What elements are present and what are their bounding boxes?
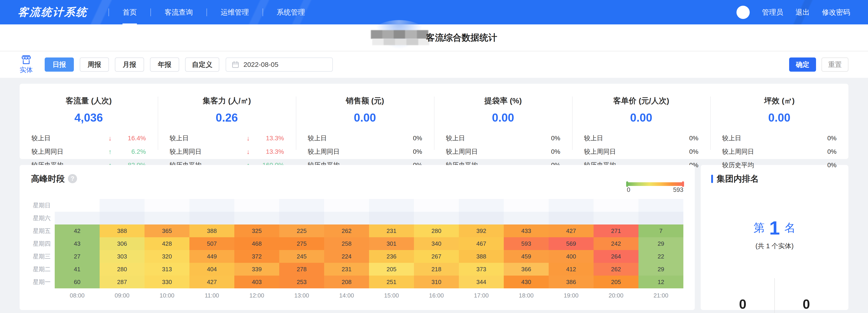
- confirm-button[interactable]: 确定: [789, 57, 816, 72]
- heatmap-cell: 303: [100, 250, 145, 263]
- compare-label: 较上周同日: [308, 147, 340, 156]
- compare-value-group: 0%: [802, 148, 837, 155]
- user-avatar-icon: [737, 6, 750, 19]
- heatmap-cell: 507: [189, 237, 234, 250]
- legend-labels: 0 593: [627, 187, 683, 194]
- heatmap-hour-label: 17:00: [459, 288, 504, 301]
- metric-value: 0.00: [308, 111, 422, 124]
- heatmap-cell: 262: [324, 225, 369, 237]
- metric-compare-row: 较上周同日0%: [308, 147, 422, 156]
- heatmap-cell: 330: [145, 276, 189, 288]
- heatmap-cell: 218: [414, 263, 459, 276]
- heatmap-cell: [100, 212, 145, 225]
- metric-title: 销售额 (元): [308, 95, 422, 106]
- date-picker[interactable]: 2022-08-05: [226, 57, 333, 72]
- app-logo[interactable]: 客流统计系统: [17, 5, 88, 19]
- heatmap-cell: 449: [189, 250, 234, 263]
- compare-percent: 0%: [664, 135, 699, 142]
- nav-item-ops-management[interactable]: 运维管理: [220, 6, 250, 19]
- heatmap-cell: 430: [504, 276, 549, 288]
- group-average-block: 0 集团内平均: [711, 296, 774, 313]
- metric-compare-row: 较上日↓13.3%: [169, 134, 284, 143]
- heatmap-cell: 41: [55, 263, 100, 276]
- compare-percent: 13.3%: [250, 135, 284, 142]
- compare-value-group: 0%: [388, 148, 422, 155]
- heatmap-legend: 0 593: [627, 182, 683, 194]
- user-name[interactable]: 管理员: [762, 7, 783, 17]
- entity-label: 实体: [20, 65, 33, 75]
- heatmap-cell: [100, 199, 145, 212]
- heatmap-cell: 403: [234, 276, 279, 288]
- heatmap-hour-label: 21:00: [639, 288, 683, 301]
- heatmap-cell: 340: [414, 237, 459, 250]
- metric-compare-row: 较上日0%: [308, 134, 422, 143]
- heatmap-cell: 428: [145, 237, 189, 250]
- heatmap-cell: 236: [369, 250, 414, 263]
- change-password-button[interactable]: 修改密码: [822, 7, 850, 17]
- heatmap-cell: [504, 212, 549, 225]
- reset-button[interactable]: 重置: [822, 57, 848, 72]
- logout-button[interactable]: 退出: [796, 7, 810, 17]
- compare-label: 较上日: [31, 134, 51, 143]
- compare-label: 较历史平均: [722, 161, 754, 170]
- heatmap-cell: 306: [100, 237, 145, 250]
- heatmap-cell: 388: [459, 250, 504, 263]
- metric-compare-row: 较上周同日0%: [446, 147, 560, 156]
- peak-hours-card: 高峰时段 ? 0 593 星期日星期六星期五423883653883252252…: [20, 165, 695, 310]
- compare-label: 较上日: [308, 134, 327, 143]
- tab-monthly[interactable]: 月报: [115, 57, 144, 72]
- tab-daily[interactable]: 日报: [45, 57, 74, 72]
- compare-label: 较上周同日: [31, 147, 63, 156]
- heatmap-cell: 310: [414, 276, 459, 288]
- heatmap-cell: 339: [234, 263, 279, 276]
- metric-compare-row: 较历史平均0%: [722, 161, 837, 170]
- heatmap-hour-label: 16:00: [414, 288, 459, 301]
- tab-yearly[interactable]: 年报: [150, 57, 179, 72]
- heatmap-cell: 12: [639, 276, 683, 288]
- ranking-header: 集团内排名: [711, 173, 838, 184]
- metric-compare-rows: 较上日0%较上周同日0%较历史平均0%: [308, 134, 422, 170]
- metric-title: 客流量 (人次): [31, 95, 146, 106]
- tab-weekly[interactable]: 周报: [80, 57, 109, 72]
- heatmap-cell: 264: [594, 250, 639, 263]
- heatmap-day-label: 星期三: [31, 250, 55, 263]
- rank-prefix: 第: [753, 220, 765, 235]
- heatmap-cell: [55, 212, 100, 225]
- heatmap-cell: [189, 212, 234, 225]
- compare-value-group: ↓16.4%: [108, 135, 146, 142]
- heatmap-cell: 258: [324, 237, 369, 250]
- entity-selector[interactable]: 实体: [20, 55, 33, 75]
- main-content: 客流量 (人次)4,036较上日↓16.4%较上周同日↑6.2%较历史平均↑82…: [0, 78, 868, 310]
- heatmap-cell: [279, 212, 324, 225]
- help-icon[interactable]: ?: [68, 174, 77, 183]
- nav-item-system-management[interactable]: 系统管理: [276, 6, 306, 19]
- compare-label: 较上周同日: [446, 147, 478, 156]
- compare-percent: 0%: [664, 148, 699, 155]
- heatmap-cell: [459, 199, 504, 212]
- compare-value-group: ↓13.3%: [247, 135, 284, 142]
- group-average-value: 0: [711, 296, 774, 312]
- compare-label: 较上日: [446, 134, 465, 143]
- heatmap-cell: 373: [459, 263, 504, 276]
- heatmap-day-label: 星期六: [31, 212, 55, 225]
- heatmap-hour-label: 11:00: [189, 288, 234, 301]
- heatmap-cell: 267: [414, 250, 459, 263]
- heatmap-day-label: 星期五: [31, 225, 55, 237]
- heatmap-cell: 569: [549, 237, 594, 250]
- nav-item-home[interactable]: 首页: [122, 6, 138, 19]
- heatmap-cell: [145, 212, 189, 225]
- nav-separator: [207, 8, 207, 16]
- nav-item-passenger-query[interactable]: 客流查询: [164, 6, 194, 19]
- arrow-up-icon: ↑: [108, 148, 112, 155]
- metric-title: 坪效 (㎡): [722, 95, 837, 106]
- compare-label: 较上日: [584, 134, 603, 143]
- tab-custom[interactable]: 自定义: [185, 57, 219, 72]
- heatmap-hour-label: 19:00: [549, 288, 594, 301]
- rank-suffix: 名: [784, 220, 796, 235]
- nav-menu: 首页客流查询运维管理系统管理: [96, 6, 306, 19]
- heatmap-grid: 星期日星期六星期五4238836538832522526223128039243…: [31, 199, 683, 301]
- group-max-value: 0: [775, 296, 838, 312]
- metric-avg-transaction: 客单价 (元/人次)0.00较上日0%较上周同日0%较历史平均0%: [572, 85, 710, 158]
- group-max-block: 0 集团内最大: [775, 296, 838, 313]
- compare-percent: 0%: [802, 148, 837, 155]
